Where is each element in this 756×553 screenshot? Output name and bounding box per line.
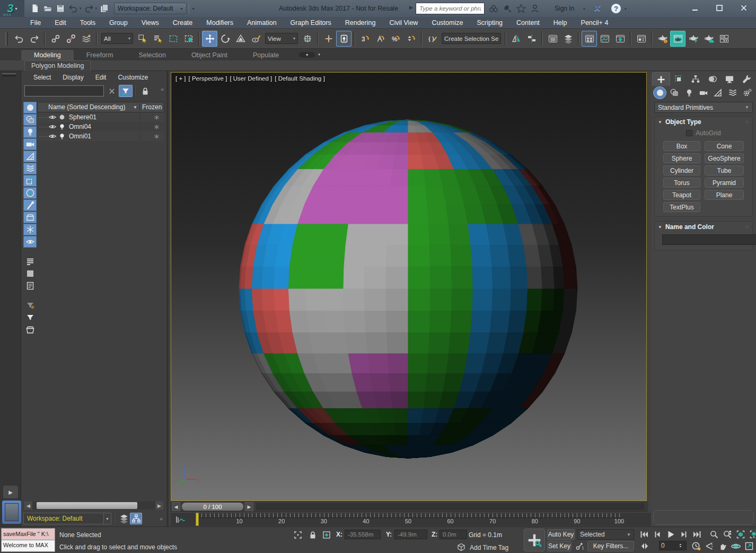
ribbon-tab[interactable]: Modeling (21, 50, 74, 60)
undo-caret-icon[interactable]: ▾ (80, 6, 82, 11)
toolbar-grip[interactable] (5, 32, 8, 46)
minimize-button[interactable] (683, 0, 707, 16)
menu-item[interactable]: Content (509, 17, 547, 29)
percent-snap-icon[interactable]: % (388, 31, 403, 47)
ribbon-tab[interactable]: Selection (126, 50, 178, 60)
zoom-all-icon[interactable] (720, 529, 734, 540)
display-groups-icon[interactable] (23, 175, 37, 187)
rollout-grip-icon[interactable]: ∷ (746, 225, 749, 230)
edit-named-selection-sets-icon[interactable]: { } (425, 31, 440, 47)
layers-flyout-icon[interactable] (118, 513, 130, 524)
next-frame-icon[interactable] (677, 529, 690, 540)
maximize-viewport-toggle-icon[interactable] (742, 540, 755, 552)
lock-explorer-icon[interactable] (139, 85, 152, 97)
display-none-icon[interactable] (23, 268, 37, 279)
field-of-view-icon[interactable] (702, 540, 716, 552)
menu-item[interactable]: Group (102, 17, 135, 29)
render-in-cloud-icon[interactable] (701, 31, 716, 47)
sign-in-caret-icon[interactable]: ▾ (583, 7, 585, 11)
new-scene-icon[interactable] (29, 2, 41, 15)
render-production-icon[interactable] (685, 31, 701, 47)
viewport-label-segment[interactable]: [ Perspective ] (189, 75, 227, 82)
filter-custom-icon[interactable] (23, 300, 37, 311)
ribbon-minimize-caret-icon[interactable]: ▾ (318, 52, 320, 57)
previous-frame-slider-icon[interactable]: ◀ (172, 502, 180, 511)
primitive-button[interactable]: Tube (705, 165, 744, 175)
display-lights-icon[interactable] (23, 126, 37, 138)
select-by-name-icon[interactable] (150, 31, 165, 47)
frame-spinner-icon[interactable] (678, 542, 684, 549)
hierarchy-view-icon[interactable] (130, 513, 142, 524)
explorer-row[interactable]: Omni04 (37, 122, 164, 131)
maximize-button[interactable] (707, 0, 732, 16)
menu-item[interactable]: Animation (240, 17, 284, 29)
menu-item[interactable]: Tools (73, 17, 102, 29)
time-slider-handle[interactable]: 0 / 100 (182, 503, 243, 511)
primitive-button[interactable]: Sphere (663, 153, 700, 163)
explorer-menu-item[interactable]: Customize (112, 72, 154, 83)
frozen-toggle-icon[interactable] (140, 131, 164, 141)
application-menu-button[interactable]: 3 MAX ▾ (0, 0, 24, 17)
display-space-warps-icon[interactable] (23, 163, 37, 174)
set-keys-button[interactable] (524, 529, 545, 551)
time-tag-cube-icon[interactable] (455, 541, 468, 553)
name-color-rollout-header[interactable]: ▼ Name and Color ∷ (655, 222, 752, 232)
scroll-left-icon[interactable]: ◀ (24, 502, 32, 510)
filter-funnel-icon[interactable] (23, 312, 37, 323)
display-properties-icon[interactable] (23, 280, 37, 292)
absolute-offset-mode-icon[interactable] (320, 529, 333, 541)
select-object-icon[interactable] (135, 31, 150, 47)
help-icon[interactable]: ? (611, 3, 621, 14)
explorer-menu-item[interactable]: Edit (90, 72, 112, 83)
open-file-icon[interactable] (41, 2, 54, 15)
explorer-row[interactable]: Sphere01 (37, 112, 164, 122)
visibility-eye-icon[interactable] (48, 113, 57, 121)
primitive-button[interactable]: Box (663, 141, 700, 151)
undo-small-icon[interactable] (67, 2, 80, 15)
menu-item[interactable]: Views (135, 17, 166, 29)
object-type-rollout-header[interactable]: ▼ Object Type ∷ (655, 117, 752, 127)
visibility-eye-icon[interactable] (48, 122, 57, 131)
current-frame-marker[interactable] (196, 513, 199, 526)
explorer-bottom-chevron[interactable]: » (160, 515, 164, 522)
primitive-button[interactable]: Pyramid (705, 178, 744, 188)
search-binoculars-icon[interactable] (487, 2, 500, 15)
undo-icon[interactable] (11, 31, 27, 47)
viewport-label-segment[interactable]: [ User Defined ] (230, 75, 272, 82)
rollout-grip-icon[interactable]: ∷ (746, 120, 749, 125)
frozen-toggle-icon[interactable] (140, 112, 164, 122)
primitive-category-dropdown[interactable]: Standard Primitives▼ (654, 102, 753, 113)
help-caret-icon[interactable]: ▾ (625, 7, 627, 11)
display-influences-icon[interactable] (23, 256, 37, 267)
polygon-modeling-panel-tab[interactable]: Polygon Modeling (24, 60, 91, 71)
motion-tab-icon[interactable] (704, 72, 721, 86)
cameras-category-icon[interactable] (697, 86, 710, 99)
redo-small-icon[interactable] (83, 2, 95, 15)
manage-layers-icon[interactable] (560, 31, 576, 47)
y-coordinate-field[interactable]: -49.9m (394, 530, 427, 539)
primitive-button[interactable]: Cylinder (663, 165, 700, 175)
primitive-button[interactable]: Plane (705, 190, 744, 200)
project-folder-icon[interactable] (98, 2, 111, 15)
lights-category-icon[interactable] (682, 86, 696, 99)
redo-caret-icon[interactable]: ▾ (95, 6, 98, 11)
explorer-menu-item[interactable]: Display (57, 72, 89, 83)
angle-snap-icon[interactable] (373, 31, 388, 47)
explorer-search-input[interactable] (24, 85, 104, 96)
curve-editor-icon[interactable] (597, 31, 612, 47)
explorer-row[interactable]: Omni01 (37, 131, 164, 141)
ribbon-toggle-icon[interactable] (612, 31, 628, 47)
reference-coordinate-dropdown[interactable]: View▾ (265, 33, 298, 44)
systems-category-icon[interactable] (741, 86, 754, 99)
ribbon-tab[interactable]: Object Paint (179, 50, 240, 60)
isolate-selection-icon[interactable] (292, 529, 304, 541)
docked-panel-button[interactable] (2, 501, 21, 524)
display-frozen-icon[interactable] (23, 224, 37, 235)
viewport-label-segment[interactable]: [ Default Shading ] (275, 75, 325, 82)
go-to-end-icon[interactable] (690, 529, 704, 540)
perspective-viewport[interactable]: [ + ][ Perspective ][ User Defined ][ De… (171, 72, 647, 501)
display-bones-icon[interactable] (23, 199, 37, 211)
named-selection-sets-dropdown[interactable]: Create Selection Se▾ (442, 33, 501, 44)
use-pivot-point-icon[interactable] (300, 31, 315, 47)
next-frame-slider-icon[interactable]: ▶ (245, 502, 253, 511)
